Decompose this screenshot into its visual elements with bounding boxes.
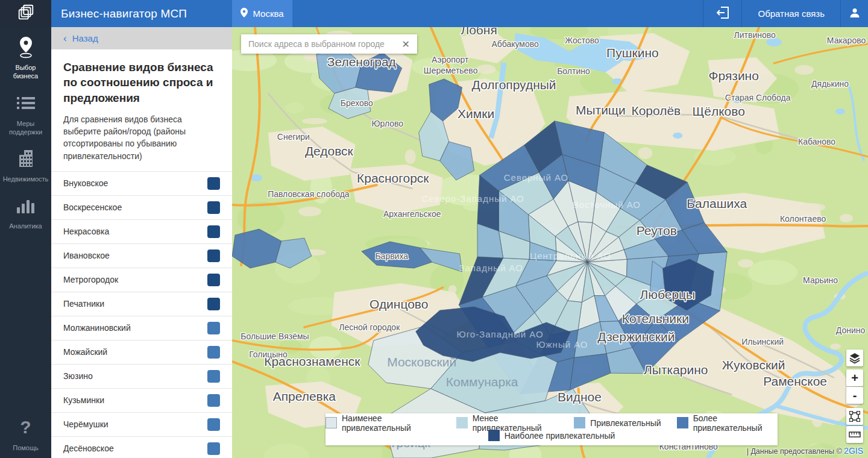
sidebar-item-business[interactable]: Выбор бизнеса — [0, 36, 51, 81]
map-label: Жуковский — [722, 358, 785, 372]
district-swatch[interactable] — [207, 249, 220, 262]
district-swatch[interactable] — [207, 442, 220, 455]
district-row[interactable]: Внуковское — [51, 171, 232, 195]
map-label: Королёв — [631, 104, 681, 118]
district-swatch[interactable] — [207, 322, 220, 334]
map-label: Шереметьево — [424, 66, 478, 75]
legend-swatch — [574, 417, 585, 428]
map-label: Северный АО — [504, 172, 568, 183]
map-label: Макарово — [827, 36, 866, 45]
district-swatch[interactable] — [207, 418, 220, 431]
address-search: ✕ — [241, 34, 417, 54]
user-icon — [849, 7, 860, 20]
district-row[interactable]: Метрогородок — [51, 268, 232, 292]
map-label: Марьино — [803, 275, 838, 285]
map-label: Юго-Западный АО — [457, 329, 544, 339]
sidebar-item-help[interactable]: ?Помощь — [0, 416, 51, 452]
district-name: Зюзино — [63, 371, 93, 381]
map-label: Южный АО — [536, 339, 588, 350]
user-profile-button[interactable] — [840, 0, 868, 27]
legend-row-1: Наименее привлекательныйМенее привлекате… — [326, 416, 778, 429]
map-canvas[interactable]: ЛобняПушкиноФрязиноЩёлковоКоролёвМытищиХ… — [232, 27, 868, 458]
district-name: Черёмушки — [63, 419, 108, 429]
close-icon[interactable]: ✕ — [401, 39, 411, 50]
map-label: Западный АО — [459, 263, 523, 273]
district-swatch[interactable] — [207, 298, 220, 310]
district-swatch[interactable] — [207, 225, 220, 238]
map-label: Северо-Западный АО — [421, 193, 524, 204]
district-row[interactable]: Воскресенское — [51, 195, 232, 219]
district-swatch[interactable] — [207, 274, 220, 286]
provider-link[interactable]: 2GIS — [844, 446, 863, 456]
map-area[interactable]: ЛобняПушкиноФрязиноЩёлковоКоролёвМытищиХ… — [232, 27, 868, 458]
city-selector[interactable]: Москва — [232, 0, 292, 27]
sidebar-item-realty[interactable]: Недвижимость — [0, 147, 51, 183]
district-name: Метрогородок — [63, 275, 118, 284]
district-list: ВнуковскоеВоскресенскоеНекрасовкаИвановс… — [51, 171, 232, 458]
map-label: Пушкино — [606, 46, 659, 60]
map-label: Барвиха — [375, 251, 408, 261]
district-row[interactable]: Печатники — [51, 292, 232, 316]
map-label: Балашиха — [687, 196, 747, 210]
map-label: Восточный АО — [573, 199, 641, 210]
search-input[interactable] — [247, 39, 401, 49]
legend-label: Более привлекательный — [693, 413, 778, 433]
map-label: Жостово — [565, 36, 599, 45]
sidebar-item-label: Аналитика — [9, 222, 42, 230]
map-label: Лесной городок — [339, 322, 400, 332]
district-swatch[interactable] — [207, 370, 220, 383]
map-label: Люберцы — [640, 287, 695, 301]
back-button[interactable]: ‹ Назад — [63, 33, 98, 45]
area-select-button[interactable] — [846, 408, 863, 425]
legend-item: Более привлекательный — [677, 413, 778, 433]
map-label: Раменское — [763, 374, 827, 388]
map-label: Лобня — [461, 27, 497, 37]
district-row[interactable]: Можайский — [51, 340, 232, 364]
map-label: Одинцово — [370, 297, 428, 311]
map-label: Московский — [387, 355, 456, 369]
district-row[interactable]: Кузьминки — [51, 388, 232, 412]
map-label: Снегири — [277, 132, 310, 142]
zoom-in-button[interactable]: + — [846, 369, 863, 386]
building-icon — [17, 147, 35, 170]
sidebar-item-support[interactable]: Меры поддержки — [0, 92, 51, 137]
district-row[interactable]: Десёновское — [51, 436, 232, 458]
district-row[interactable]: Некрасовка — [51, 219, 232, 243]
legend-swatch — [677, 417, 688, 428]
map-label: Дядькино — [811, 79, 849, 89]
app-title: Бизнес-навигатор МСП — [51, 0, 232, 27]
top-header: Бизнес-навигатор МСП Москва Обратная свя… — [0, 0, 868, 27]
logout-button[interactable] — [703, 0, 741, 27]
district-row[interactable]: Ивановское — [51, 243, 232, 268]
map-label: Архангельское — [383, 209, 441, 219]
map-attribution: | Данные предоставлены © 2GIS — [747, 446, 863, 456]
layers-button[interactable] — [846, 350, 863, 366]
ruler-button[interactable] — [846, 426, 863, 443]
district-name: Печатники — [63, 299, 104, 309]
feedback-link[interactable]: Обратная связь — [741, 0, 840, 27]
district-name: Кузьминки — [63, 395, 104, 405]
district-swatch[interactable] — [207, 346, 220, 359]
city-name: Москва — [253, 8, 283, 19]
zoom-out-button[interactable]: - — [846, 387, 863, 404]
sidebar-item-analytics[interactable]: Аналитика — [0, 194, 51, 230]
district-swatch[interactable] — [207, 177, 220, 190]
sidebar-item-label: Меры поддержки — [9, 119, 42, 137]
map-label: Щёлково — [693, 104, 745, 118]
map-label: Лыткарино — [644, 363, 708, 377]
map-label: Литвиново — [734, 30, 776, 40]
map-label: Аэропорт — [432, 55, 469, 64]
pin-icon — [16, 36, 36, 58]
page-title: Сравнение видов бизнеса по соотношению с… — [63, 60, 220, 105]
district-name: Ивановское — [63, 251, 110, 260]
district-row[interactable]: Черёмушки — [51, 412, 232, 436]
district-swatch[interactable] — [207, 201, 220, 214]
district-row[interactable]: Молжаниновский — [51, 316, 232, 340]
app-window: Бизнес-навигатор МСП Москва Обратная свя… — [0, 0, 868, 458]
app-logo[interactable] — [0, 0, 51, 27]
sidebar-item-label: Помощь — [13, 444, 39, 452]
back-bar: ‹ Назад — [51, 27, 232, 49]
district-swatch[interactable] — [207, 394, 220, 407]
map-label: Красногорск — [357, 171, 429, 185]
district-row[interactable]: Зюзино — [51, 364, 232, 388]
